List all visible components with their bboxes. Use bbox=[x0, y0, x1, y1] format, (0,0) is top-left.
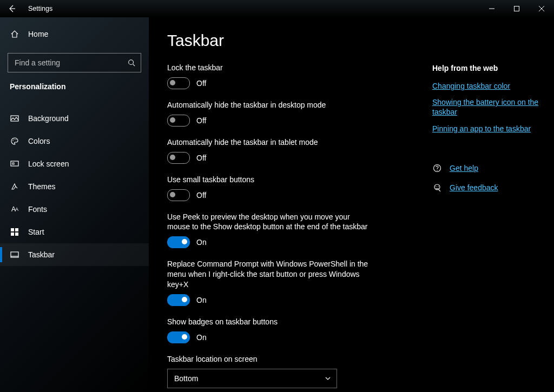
svg-rect-14 bbox=[15, 228, 18, 231]
picture-icon bbox=[10, 114, 19, 123]
svg-point-10 bbox=[16, 139, 17, 140]
toggle-autohide-tablet[interactable] bbox=[167, 152, 190, 164]
sidebar-home-label: Home bbox=[28, 30, 48, 38]
sidebar-item-label: Fonts bbox=[28, 205, 47, 214]
svg-point-5 bbox=[129, 60, 134, 65]
help-link-pin[interactable]: Pinning an app to the taskbar bbox=[432, 124, 540, 134]
svg-rect-2 bbox=[515, 6, 519, 11]
home-icon bbox=[10, 29, 19, 39]
start-icon bbox=[10, 227, 19, 237]
setting-label: Replace Command Prompt with Windows Powe… bbox=[167, 259, 373, 290]
svg-point-23 bbox=[438, 186, 438, 187]
setting-label: Use small taskbar buttons bbox=[167, 175, 394, 185]
sidebar-item-themes[interactable]: Themes bbox=[0, 175, 149, 198]
dropdown-value: Bottom bbox=[174, 374, 198, 383]
sidebar: Home Personalization Background Colors bbox=[0, 17, 149, 392]
sidebar-item-label: Taskbar bbox=[28, 250, 55, 259]
setting-autohide-tablet: Automatically hide the taskbar in tablet… bbox=[167, 137, 394, 164]
sidebar-item-background[interactable]: Background bbox=[0, 107, 149, 130]
search-input[interactable] bbox=[14, 58, 128, 68]
toggle-lock-taskbar[interactable] bbox=[167, 77, 190, 89]
window-minimize-button[interactable] bbox=[479, 0, 504, 17]
setting-label: Show badges on taskbar buttons bbox=[167, 317, 394, 327]
toggle-small-buttons[interactable] bbox=[167, 189, 190, 201]
svg-rect-13 bbox=[11, 228, 14, 231]
setting-label: Automatically hide the taskbar in deskto… bbox=[167, 100, 394, 110]
window-title: Settings bbox=[24, 5, 52, 12]
sidebar-item-label: Background bbox=[28, 114, 69, 123]
setting-lock-taskbar: Lock the taskbar Off bbox=[167, 63, 394, 89]
help-heading: Help from the web bbox=[432, 64, 543, 72]
page-title: Taskbar bbox=[167, 31, 394, 50]
svg-rect-15 bbox=[11, 232, 14, 236]
svg-point-22 bbox=[436, 186, 436, 187]
help-link-battery[interactable]: Showing the battery icon on the taskbar bbox=[432, 97, 540, 117]
sidebar-item-label: Colors bbox=[28, 137, 50, 145]
taskbar-icon bbox=[10, 250, 19, 260]
sidebar-item-fonts[interactable]: AA Fonts bbox=[0, 198, 149, 221]
sidebar-item-lockscreen[interactable]: Lock screen bbox=[0, 152, 149, 175]
setting-badges: Show badges on taskbar buttons On bbox=[167, 317, 394, 343]
toggle-state: On bbox=[196, 296, 207, 304]
toggle-peek[interactable] bbox=[167, 236, 190, 248]
setting-label: Automatically hide the taskbar in tablet… bbox=[167, 137, 394, 148]
svg-line-6 bbox=[133, 64, 135, 67]
toggle-state: Off bbox=[196, 79, 206, 88]
search-icon bbox=[128, 59, 135, 67]
sidebar-item-label: Lock screen bbox=[28, 160, 69, 168]
get-help-link[interactable]: Get help bbox=[450, 164, 478, 172]
sidebar-item-colors[interactable]: Colors bbox=[0, 130, 149, 152]
setting-powershell: Replace Command Prompt with Windows Powe… bbox=[167, 259, 394, 306]
sidebar-category: Personalization bbox=[0, 80, 149, 97]
sidebar-item-taskbar[interactable]: Taskbar bbox=[0, 243, 149, 266]
svg-point-9 bbox=[14, 139, 15, 140]
window-maximize-button[interactable] bbox=[504, 0, 529, 17]
svg-rect-16 bbox=[15, 232, 18, 236]
svg-point-8 bbox=[12, 140, 14, 141]
toggle-state: Off bbox=[196, 116, 206, 125]
search-input-wrapper[interactable] bbox=[8, 53, 141, 72]
fonts-icon: AA bbox=[10, 204, 19, 214]
sidebar-home[interactable]: Home bbox=[0, 23, 149, 45]
help-link-color[interactable]: Changing taskbar color bbox=[432, 81, 540, 91]
feedback-link[interactable]: Give feedback bbox=[450, 183, 498, 192]
svg-rect-11 bbox=[11, 161, 18, 166]
palette-icon bbox=[10, 136, 19, 146]
themes-icon bbox=[10, 182, 19, 191]
svg-rect-12 bbox=[12, 163, 14, 164]
sidebar-item-label: Themes bbox=[28, 182, 56, 191]
toggle-badges[interactable] bbox=[167, 331, 190, 343]
setting-label: Lock the taskbar bbox=[167, 63, 394, 73]
window-close-button[interactable] bbox=[529, 0, 554, 17]
toggle-state: On bbox=[196, 333, 207, 342]
toggle-autohide-desktop[interactable] bbox=[167, 115, 190, 127]
setting-small-buttons: Use small taskbar buttons Off bbox=[167, 175, 394, 201]
dropdown-taskbar-location[interactable]: Bottom bbox=[167, 369, 337, 388]
back-button[interactable] bbox=[0, 0, 24, 17]
sidebar-item-start[interactable]: Start bbox=[0, 221, 149, 243]
content: Taskbar Lock the taskbar Off Automatical… bbox=[149, 17, 554, 392]
feedback-icon bbox=[432, 183, 442, 192]
setting-peek: Use Peek to preview the desktop when you… bbox=[167, 212, 394, 249]
help-column: Help from the web Changing taskbar color… bbox=[405, 27, 543, 392]
toggle-state: Off bbox=[196, 191, 206, 200]
toggle-state: On bbox=[196, 238, 207, 247]
sidebar-item-label: Start bbox=[28, 228, 44, 236]
settings-column: Taskbar Lock the taskbar Off Automatical… bbox=[167, 27, 405, 392]
get-help-row[interactable]: Get help bbox=[432, 161, 543, 176]
toggle-state: Off bbox=[196, 154, 206, 162]
location-label: Taskbar location on screen bbox=[167, 354, 394, 364]
chevron-down-icon bbox=[325, 375, 331, 382]
setting-label: Use Peek to preview the desktop when you… bbox=[167, 212, 373, 232]
svg-point-20 bbox=[437, 170, 437, 170]
toggle-powershell[interactable] bbox=[167, 294, 190, 306]
lockscreen-icon bbox=[10, 159, 19, 169]
titlebar: Settings bbox=[0, 0, 554, 17]
feedback-row[interactable]: Give feedback bbox=[432, 180, 543, 195]
help-icon bbox=[432, 163, 442, 173]
setting-autohide-desktop: Automatically hide the taskbar in deskto… bbox=[167, 100, 394, 127]
